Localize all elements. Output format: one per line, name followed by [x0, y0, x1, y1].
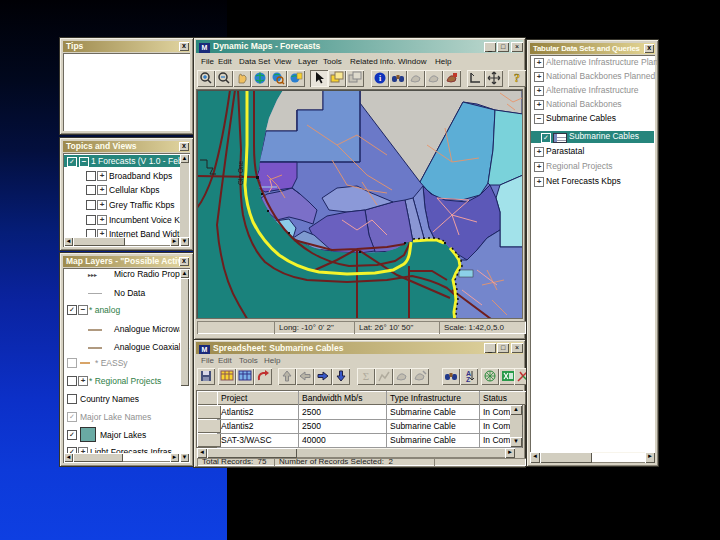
- svg-text:?: ?: [514, 71, 520, 85]
- svg-text:Z: Z: [466, 376, 471, 383]
- svg-text:Σ: Σ: [363, 370, 369, 382]
- svg-text:Glo One: Glo One: [237, 160, 244, 185]
